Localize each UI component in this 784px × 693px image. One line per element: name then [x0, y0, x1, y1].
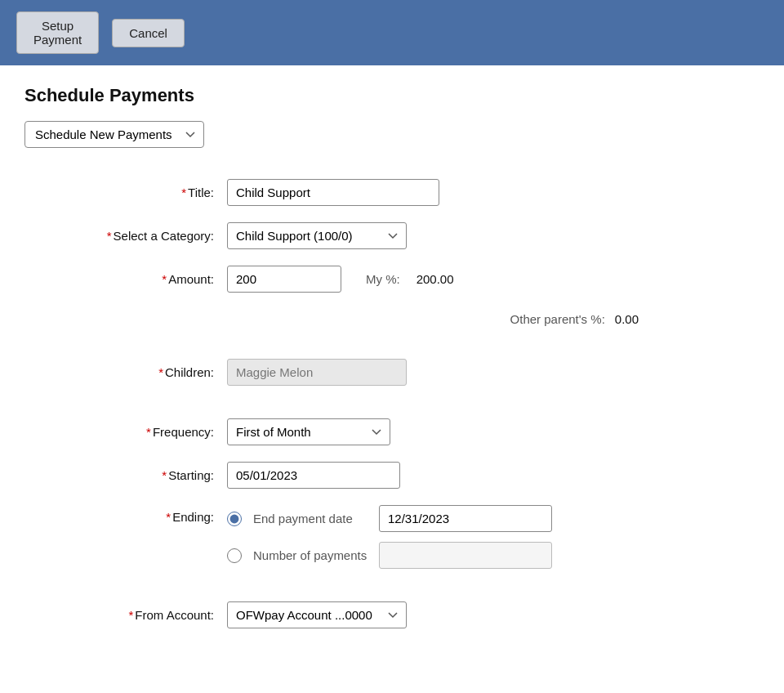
starting-row: *Starting: — [24, 454, 760, 497]
end-date-radio[interactable] — [227, 512, 242, 526]
amount-label: *Amount: — [24, 257, 220, 301]
title-required-star: * — [181, 186, 186, 199]
starting-field-cell — [220, 454, 645, 497]
children-input[interactable] — [227, 359, 407, 386]
amount-row: *Amount: My %: 200.00 — [24, 257, 760, 301]
other-parent-label: Other parent's %: — [510, 312, 605, 326]
ending-required-star: * — [166, 510, 171, 524]
frequency-dropdown[interactable]: First of Month — [227, 418, 390, 445]
my-percent-value: 200.00 — [416, 272, 466, 286]
starting-input[interactable] — [227, 462, 400, 489]
header: Setup Payment Cancel — [0, 0, 784, 65]
amount-field-cell: My %: 200.00 — [220, 257, 645, 301]
amount-required-star: * — [162, 272, 167, 286]
frequency-row: *Frequency: First of Month — [24, 410, 760, 454]
from-account-row: *From Account: OFWpay Account ...0000 — [24, 593, 760, 637]
category-field-cell: Child Support (100/0) — [220, 214, 645, 257]
num-payments-radio[interactable] — [227, 548, 242, 563]
setup-payment-button[interactable]: Setup Payment — [16, 11, 99, 54]
spacer-row2 — [24, 394, 760, 410]
other-parent-row: Other parent's %: 0.00 — [24, 301, 760, 334]
other-parent-value: 0.00 — [615, 312, 639, 326]
spacer-row3 — [24, 577, 760, 593]
category-dropdown[interactable]: Child Support (100/0) — [227, 222, 407, 249]
children-label: *Children: — [24, 351, 220, 394]
end-date-label: End payment date — [253, 512, 368, 525]
page-title: Schedule Payments — [24, 85, 760, 106]
starting-required-star: * — [162, 468, 167, 482]
frequency-label: *Frequency: — [24, 410, 220, 454]
category-required-star: * — [107, 229, 112, 243]
other-parent-cell: Other parent's %: 0.00 — [220, 301, 645, 334]
children-row: *Children: — [24, 351, 760, 394]
ending-row: *Ending: End payment date Number of paym… — [24, 497, 760, 577]
title-field-cell — [220, 171, 645, 214]
frequency-required-star: * — [146, 425, 151, 439]
frequency-field-cell: First of Month — [220, 410, 645, 454]
my-percent-label: My %: — [366, 272, 400, 286]
from-account-field-cell: OFWpay Account ...0000 — [220, 593, 645, 637]
children-field-cell — [220, 351, 645, 394]
category-label: *Select a Category: — [24, 214, 220, 257]
amount-input[interactable] — [227, 266, 341, 293]
schedule-type-dropdown[interactable]: Schedule New Payments — [24, 121, 204, 148]
ending-field-cell: End payment date Number of payments — [220, 497, 645, 577]
end-date-input[interactable] — [379, 505, 552, 532]
cancel-button[interactable]: Cancel — [112, 19, 185, 47]
category-row: *Select a Category: Child Support (100/0… — [24, 214, 760, 257]
from-account-required-star: * — [128, 608, 133, 622]
children-required-star: * — [158, 365, 163, 379]
form-table: *Title: *Select a Category: Child Suppor… — [24, 171, 760, 637]
spacer-row — [24, 334, 760, 351]
from-account-dropdown[interactable]: OFWpay Account ...0000 — [227, 601, 407, 628]
title-row: *Title: — [24, 171, 760, 214]
title-label: *Title: — [24, 171, 220, 214]
starting-label: *Starting: — [24, 454, 220, 497]
content-area: Schedule Payments Schedule New Payments … — [0, 65, 784, 656]
num-payments-label: Number of payments — [253, 548, 368, 562]
ending-label: *Ending: — [24, 497, 220, 577]
num-payments-input[interactable] — [379, 542, 552, 569]
from-account-label: *From Account: — [24, 593, 220, 637]
title-input[interactable] — [227, 179, 439, 206]
